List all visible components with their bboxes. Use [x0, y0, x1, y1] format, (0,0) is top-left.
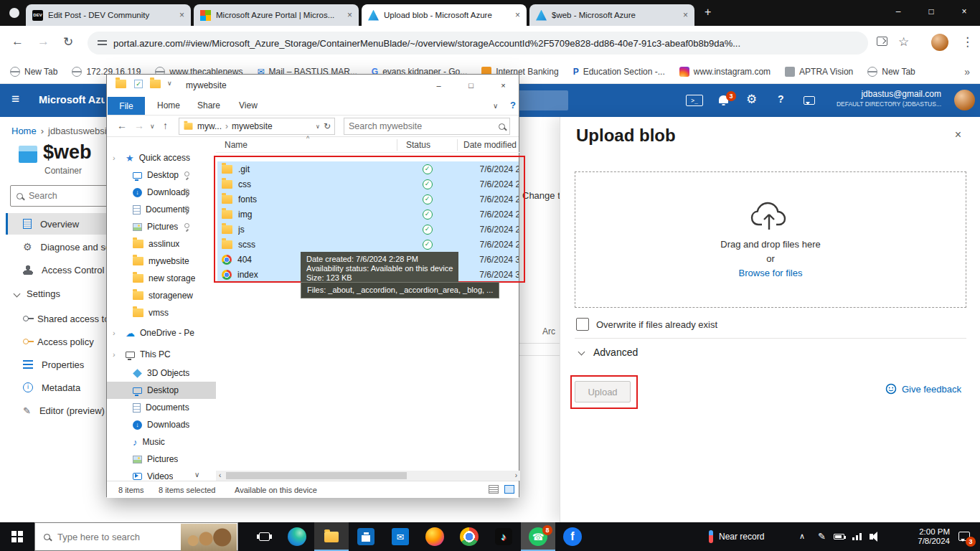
advanced-section-toggle[interactable]: Advanced — [593, 347, 638, 358]
file-row-scss[interactable]: scss✓7/6/2024 2:28 P — [217, 237, 519, 252]
scrollbar-thumb[interactable] — [226, 472, 407, 479]
site-info-icon[interactable] — [98, 39, 107, 47]
tab-search-icon[interactable] — [9, 8, 19, 18]
scroll-left-icon[interactable]: ‹ — [219, 471, 221, 479]
tree-item-documents-pinned[interactable]: Documents — [107, 201, 216, 218]
ribbon-tab-home[interactable]: Home — [157, 100, 180, 110]
tree-item-music[interactable]: ♪Music — [107, 433, 216, 451]
task-view-button[interactable] — [248, 522, 280, 551]
taskbar-edge-button[interactable] — [280, 522, 314, 551]
settings-gear-icon[interactable]: ⚙ — [746, 92, 757, 107]
help-icon[interactable]: ? — [778, 93, 784, 105]
file-row-git[interactable]: .git✓7/6/2024 2:28 P — [217, 161, 519, 176]
tab-close-icon[interactable]: × — [179, 10, 184, 20]
tree-item-downloads[interactable]: ↓Downloads — [107, 416, 216, 433]
expander-icon[interactable]: › — [113, 329, 116, 337]
volume-icon[interactable] — [870, 534, 873, 540]
tab-close-icon[interactable]: × — [515, 10, 520, 20]
tree-item-new-storage[interactable]: new storage — [107, 270, 216, 287]
horizontal-scrollbar[interactable]: ‹ › — [216, 471, 520, 481]
nav-up-icon[interactable]: ↑ — [163, 120, 168, 131]
tab-close-icon[interactable]: × — [347, 10, 352, 20]
tree-scroll-down-icon[interactable]: ∨ — [194, 471, 199, 479]
tab-upload-blob[interactable]: Upload blob - Microsoft Azure × — [362, 4, 527, 26]
file-row-img[interactable]: img✓7/6/2024 2:28 P — [217, 207, 519, 222]
tree-item-downloads-pinned[interactable]: ↓Downloads — [107, 184, 216, 201]
ribbon-tab-share[interactable]: Share — [197, 100, 220, 110]
qat-properties-icon[interactable]: ✓ — [134, 80, 143, 88]
feedback-icon[interactable] — [804, 96, 815, 105]
nav-recent-icon[interactable]: ∨ — [150, 123, 155, 130]
address-bar[interactable]: portal.azure.com/#view/Microsoft_Azure_S… — [88, 32, 868, 55]
bookmark-new-tab[interactable]: New Tab — [10, 67, 57, 77]
address-refresh-icon[interactable]: ↻ — [324, 121, 331, 131]
explorer-search-input[interactable] — [349, 121, 494, 131]
pen-icon[interactable]: ✎ — [818, 531, 826, 542]
explorer-title-bar[interactable]: ✓ ∨ mywebsite – □ × — [107, 75, 519, 96]
qat-customize-icon[interactable]: ∨ — [167, 80, 172, 87]
bookmark-new-tab-2[interactable]: New Tab — [867, 67, 915, 77]
tree-item-vmss[interactable]: vmss — [107, 304, 216, 321]
file-row-fonts[interactable]: fonts✓7/6/2024 2:28 P — [217, 192, 519, 207]
favorite-star-icon[interactable]: ☆ — [898, 34, 909, 50]
tab-web-container[interactable]: $web - Microsoft Azure × — [529, 4, 694, 26]
explorer-help-icon[interactable]: ? — [510, 100, 516, 110]
bookmark-aptra[interactable]: APTRA Vision — [785, 67, 853, 77]
bookmark-education[interactable]: PEducation Section -... — [573, 67, 665, 77]
account-info[interactable]: jdbastus@gmail.com DEFAULT DIRECTORY (JD… — [837, 89, 941, 108]
hamburger-menu-icon[interactable]: ≡ — [11, 91, 19, 107]
azure-brand[interactable]: Microsoft Azure — [39, 94, 105, 105]
tree-item-mywebsite[interactable]: mywebsite — [107, 253, 216, 270]
share-icon[interactable] — [877, 37, 887, 46]
file-row-js[interactable]: js✓7/6/2024 2:28 P — [217, 222, 519, 237]
column-divider[interactable] — [397, 139, 397, 151]
weather-headline[interactable]: Near record — [719, 532, 764, 542]
browse-files-link[interactable]: Browse for files — [739, 268, 803, 278]
column-divider[interactable] — [457, 139, 458, 151]
window-minimize-button[interactable]: – — [888, 6, 908, 17]
taskbar-chrome-button[interactable] — [452, 522, 486, 551]
address-crumb-current[interactable]: mywebsite — [232, 121, 273, 131]
battery-icon[interactable] — [834, 534, 844, 540]
back-button[interactable]: ← — [11, 34, 24, 49]
account-avatar[interactable] — [954, 90, 975, 110]
tree-item-storagenew[interactable]: storagenew — [107, 287, 216, 304]
column-header-name[interactable]: Name — [225, 140, 248, 150]
explorer-maximize-button[interactable]: □ — [455, 75, 487, 96]
refresh-button[interactable]: ↻ — [63, 34, 73, 50]
taskbar-whatsapp-button[interactable]: ☎ 8 — [521, 522, 555, 551]
tree-item-pictures-pinned[interactable]: Pictures — [107, 218, 216, 235]
file-explorer-window[interactable]: ✓ ∨ mywebsite – □ × File Home Share View… — [106, 74, 519, 497]
window-maximize-button[interactable]: □ — [921, 6, 941, 17]
address-crumb-root[interactable]: myw... — [197, 121, 222, 131]
upload-button[interactable]: Upload — [575, 381, 631, 402]
search-highlight-image[interactable] — [181, 524, 237, 551]
nav-back-icon[interactable]: ← — [117, 120, 127, 131]
thumbnail-view-icon[interactable] — [504, 485, 514, 494]
tree-item-3d-objects[interactable]: 3D Objects — [107, 364, 216, 382]
tab-azure-portal[interactable]: Microsoft Azure Portal | Micros... × — [194, 4, 359, 26]
qat-new-folder-icon[interactable] — [150, 80, 161, 88]
tab-close-icon[interactable]: × — [683, 10, 688, 20]
ribbon-expand-icon[interactable]: ∨ — [493, 102, 498, 110]
browser-menu-icon[interactable]: ⋮ — [961, 34, 974, 50]
expander-icon[interactable]: › — [113, 154, 116, 162]
bookmarks-overflow-icon[interactable]: » — [964, 66, 970, 77]
tree-item-desktop[interactable]: Desktop — [107, 382, 216, 399]
scroll-right-icon[interactable]: › — [515, 471, 517, 479]
advanced-chevron-icon[interactable] — [578, 349, 585, 356]
breadcrumb-home-link[interactable]: Home — [11, 126, 37, 136]
new-tab-button[interactable]: + — [705, 6, 711, 19]
nav-forward-icon[interactable]: → — [134, 120, 144, 131]
tree-item-desktop-pinned[interactable]: Desktop — [107, 166, 216, 184]
taskbar-mail-button[interactable]: ✉ — [383, 522, 418, 551]
taskbar-search-box[interactable] — [34, 522, 238, 551]
cloud-shell-icon[interactable]: >_ — [686, 95, 703, 106]
column-header-status[interactable]: Status — [406, 140, 430, 150]
taskbar-store-button[interactable] — [349, 522, 383, 551]
tree-item-pictures[interactable]: Pictures — [107, 451, 216, 468]
taskbar-explorer-button[interactable] — [314, 522, 349, 551]
weather-thermometer-icon[interactable] — [709, 530, 713, 543]
tree-item-quick-access[interactable]: ›★Quick access — [107, 149, 216, 166]
taskbar-clock[interactable]: 2:00 PM 7/8/2024 — [895, 527, 950, 546]
